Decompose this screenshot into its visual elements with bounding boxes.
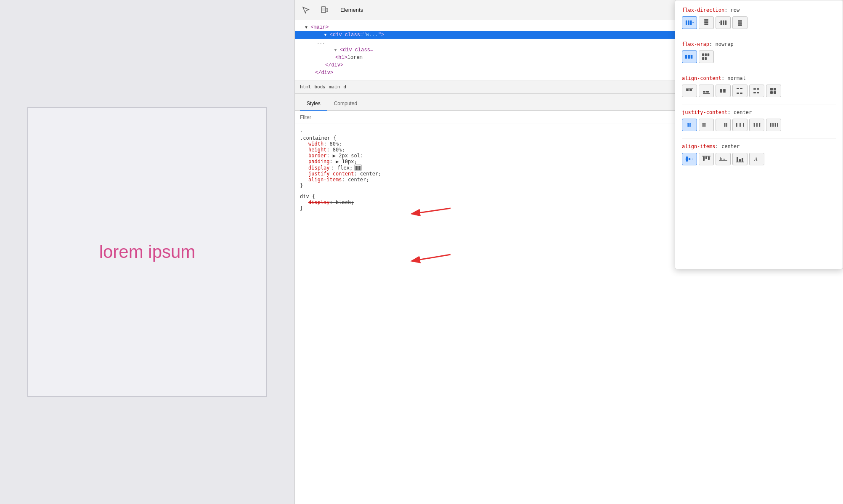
svg-rect-61 — [754, 123, 755, 127]
svg-rect-4 — [355, 166, 357, 170]
svg-rect-52 — [689, 123, 691, 127]
elements-tab-label[interactable]: Elements — [337, 5, 366, 15]
svg-rect-35 — [720, 89, 722, 91]
justify-content-around-btn[interactable] — [749, 119, 764, 131]
justify-content-section: justify-content: center — [682, 109, 836, 131]
svg-rect-40 — [740, 88, 742, 89]
align-items-center-btn[interactable] — [682, 153, 697, 165]
svg-rect-12 — [704, 21, 708, 23]
lorem-ipsum-text: lorem ipsum — [99, 242, 196, 262]
align-items-baseline-btn[interactable]: b a — [716, 153, 731, 165]
filter-input[interactable] — [300, 114, 384, 120]
svg-rect-26 — [708, 53, 710, 56]
align-items-buttons: b a A — [682, 153, 836, 165]
svg-rect-64 — [770, 123, 771, 127]
flex-direction-row-reverse-btn[interactable] — [716, 16, 731, 29]
svg-rect-22 — [688, 55, 690, 58]
svg-text:b: b — [720, 157, 722, 161]
justify-content-between-btn[interactable] — [732, 119, 748, 131]
align-content-around-btn[interactable] — [749, 85, 764, 97]
justify-content-evenly-btn[interactable] — [766, 119, 781, 131]
flex-wrap-nowrap-btn[interactable] — [682, 50, 697, 63]
svg-rect-5 — [358, 166, 359, 170]
svg-rect-7 — [686, 21, 687, 25]
svg-rect-9 — [690, 21, 692, 25]
svg-rect-15 — [723, 21, 724, 25]
svg-rect-31 — [689, 89, 692, 91]
flex-editor-overlay: flex-direction: row — [675, 0, 843, 269]
svg-rect-74 — [708, 157, 710, 160]
svg-rect-25 — [705, 53, 707, 56]
flex-direction-row-btn[interactable] — [682, 16, 697, 29]
justify-content-end-btn[interactable] — [716, 119, 731, 131]
svg-rect-67 — [777, 123, 778, 127]
svg-rect-51 — [687, 123, 689, 127]
align-content-start-btn[interactable] — [682, 85, 697, 97]
browser-viewport: lorem ipsum — [0, 0, 294, 504]
svg-rect-37 — [720, 91, 722, 93]
svg-rect-79 — [737, 157, 738, 162]
svg-rect-62 — [756, 123, 758, 127]
align-items-start-btn[interactable] — [699, 153, 714, 165]
justify-content-center-btn[interactable] — [682, 119, 697, 131]
align-content-end-btn[interactable] — [699, 85, 714, 97]
svg-rect-33 — [703, 91, 705, 93]
breadcrumb-d[interactable]: d — [344, 84, 347, 90]
align-items-end-btn[interactable] — [732, 153, 748, 165]
svg-rect-34 — [706, 91, 709, 93]
svg-rect-14 — [721, 21, 722, 25]
svg-text:A: A — [754, 156, 758, 162]
svg-rect-13 — [704, 24, 708, 25]
align-content-section: align-content: normal — [682, 75, 836, 97]
align-items-stretch-btn[interactable]: A — [749, 153, 764, 165]
svg-rect-11 — [704, 19, 708, 21]
flex-wrap-wrap-btn[interactable] — [699, 50, 714, 63]
divider3 — [682, 104, 836, 104]
align-items-section: align-items: center — [682, 143, 836, 165]
svg-rect-44 — [757, 88, 759, 90]
divider1 — [682, 36, 836, 36]
svg-rect-1 — [322, 8, 325, 11]
justify-content-buttons — [682, 119, 836, 131]
svg-rect-49 — [770, 91, 773, 94]
flex-wrap-section: flex-wrap: nowrap — [682, 41, 836, 63]
breadcrumb-body[interactable]: body — [315, 84, 326, 90]
svg-rect-23 — [691, 55, 693, 58]
devtools-panel: Elements ▼ <main> ▼ <div class="w..."> .… — [294, 0, 843, 504]
svg-rect-32 — [703, 93, 710, 94]
inspect-element-icon[interactable] — [300, 4, 312, 16]
flex-direction-label: flex-direction: row — [682, 7, 836, 13]
flex-editor-toggle[interactable] — [354, 164, 362, 171]
svg-rect-27 — [702, 57, 704, 60]
tab-styles[interactable]: Styles — [300, 97, 327, 111]
align-content-label: align-content: normal — [682, 75, 836, 81]
svg-rect-21 — [685, 55, 687, 58]
align-content-center-btn[interactable] — [716, 85, 731, 97]
svg-rect-48 — [774, 88, 776, 90]
svg-rect-81 — [742, 158, 743, 162]
svg-rect-59 — [740, 123, 741, 127]
svg-rect-65 — [772, 123, 774, 127]
breadcrumb-main[interactable]: main — [329, 84, 340, 90]
svg-rect-41 — [737, 93, 739, 94]
svg-rect-18 — [738, 20, 742, 21]
svg-rect-58 — [736, 123, 737, 127]
align-content-stretch-btn[interactable] — [766, 85, 781, 97]
svg-rect-72 — [703, 157, 705, 161]
device-toggle-icon[interactable] — [318, 4, 330, 16]
tab-computed[interactable]: Computed — [327, 97, 364, 111]
svg-rect-55 — [704, 123, 705, 127]
svg-rect-66 — [775, 123, 776, 127]
flex-direction-column-btn[interactable] — [699, 16, 714, 29]
svg-rect-50 — [774, 91, 776, 94]
flex-direction-buttons — [682, 16, 836, 29]
svg-rect-80 — [739, 159, 741, 162]
align-content-between-btn[interactable] — [732, 85, 748, 97]
justify-content-start-btn[interactable] — [699, 119, 714, 131]
breadcrumb-html[interactable]: html — [300, 84, 311, 90]
svg-rect-39 — [737, 88, 739, 89]
svg-rect-46 — [757, 92, 759, 93]
flex-wrap-label: flex-wrap: nowrap — [682, 41, 836, 47]
svg-rect-60 — [743, 123, 744, 127]
flex-direction-col-reverse-btn[interactable] — [732, 16, 748, 29]
